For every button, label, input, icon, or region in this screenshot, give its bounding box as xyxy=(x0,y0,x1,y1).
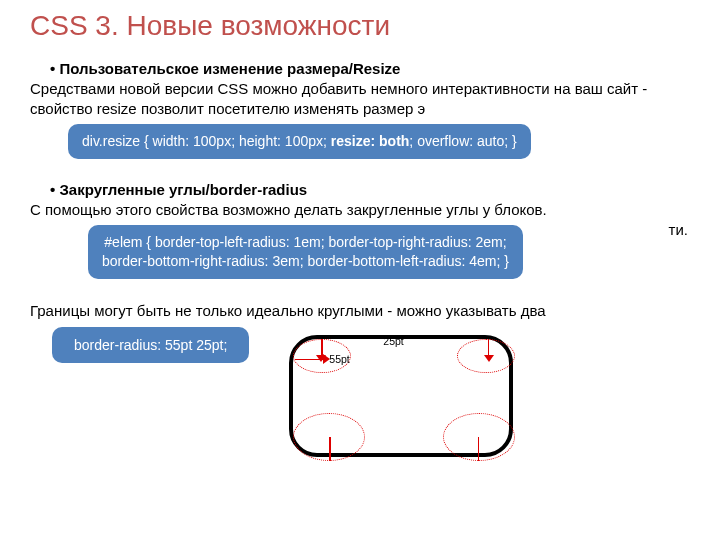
radius-heading: Закругленные углы/border-radius xyxy=(50,181,690,198)
diagram-label-25: 25pt xyxy=(383,335,403,347)
resize-code-em: resize: both xyxy=(331,133,410,149)
diagram-arrow-v4 xyxy=(478,437,480,461)
ellipse-row: border-radius: 55pt 25pt; 25pt 55pt xyxy=(52,327,690,465)
diagram-ellipse-br xyxy=(443,413,515,461)
resize-code-wrap: div.resize { width: 100px; height: 100px… xyxy=(68,124,690,159)
radius-text1: С помощью этого свойства возможно делать… xyxy=(30,200,690,220)
resize-heading: Пользовательское изменение размера/Resiz… xyxy=(50,60,690,77)
resize-text: Средствами новой версии CSS можно добави… xyxy=(30,79,690,118)
slide: CSS 3. Новые возможности Пользовательско… xyxy=(0,0,720,485)
diagram-arrowhead-v2 xyxy=(484,355,494,362)
radius-code-box: #elem { border-top-left-radius: 1em; bor… xyxy=(88,225,523,279)
ellipse-code-box: border-radius: 55pt 25pt; xyxy=(52,327,249,363)
resize-code-post: ; overflow: auto; } xyxy=(409,133,516,149)
border-radius-diagram: 25pt 55pt xyxy=(289,325,519,465)
radius-code-line2: border-bottom-right-radius: 3em; border-… xyxy=(102,253,509,269)
diagram-label-55: 55pt xyxy=(329,353,349,365)
slide-title: CSS 3. Новые возможности xyxy=(30,10,690,42)
radius-text1-tail: ти. xyxy=(669,220,688,240)
resize-code-box: div.resize { width: 100px; height: 100px… xyxy=(68,124,531,159)
radius-code-line1: #elem { border-top-left-radius: 1em; bor… xyxy=(104,234,506,250)
ellipse-text: Границы могут быть не только идеально кр… xyxy=(30,301,690,321)
resize-code-pre: div.resize { width: 100px; height: 100px… xyxy=(82,133,331,149)
radius-code-wrap: #elem { border-top-left-radius: 1em; bor… xyxy=(88,225,690,279)
diagram-arrow-v3 xyxy=(329,437,331,461)
